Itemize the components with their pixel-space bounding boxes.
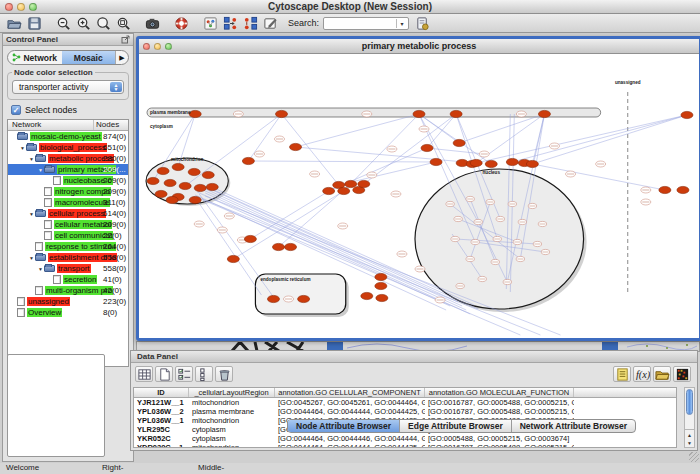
gene-node[interactable] (375, 282, 387, 289)
save-icon[interactable] (26, 15, 43, 31)
zoom-in-icon[interactable] (75, 15, 92, 31)
gene-node[interactable] (430, 158, 442, 165)
table-row[interactable]: YJR121W__1mitochondrion[GO:0045267, GO:0… (134, 398, 676, 407)
graph-edge[interactable] (532, 115, 687, 164)
rotate-layout-icon[interactable] (242, 15, 259, 31)
graph-edge[interactable] (248, 161, 436, 162)
resize-grip[interactable] (689, 452, 699, 462)
gene-node[interactable] (358, 180, 370, 187)
gene-node[interactable] (413, 110, 425, 117)
gene-node[interactable] (538, 110, 550, 117)
expand-arrow-icon[interactable]: ▼ (37, 167, 44, 173)
gene-node[interactable] (244, 235, 256, 242)
graph-edge[interactable] (476, 115, 687, 163)
help-icon[interactable] (173, 15, 190, 31)
tab-edge-attribute-browser[interactable]: Edge Attribute Browser (400, 420, 512, 432)
gene-node[interactable] (659, 186, 671, 193)
import-attributes-icon[interactable] (653, 366, 671, 382)
unified-view-icon[interactable] (195, 366, 213, 382)
gene-node[interactable] (485, 160, 497, 167)
gene-node[interactable] (164, 179, 176, 186)
notes-icon[interactable] (613, 366, 631, 382)
gene-node[interactable] (361, 292, 373, 299)
search-input[interactable]: ▾ (323, 17, 409, 30)
zoom-selected-icon[interactable] (115, 15, 132, 31)
gene-node[interactable] (166, 196, 178, 203)
gene-node[interactable] (450, 110, 462, 117)
tree-column-network[interactable]: Network (8, 120, 94, 130)
tree-row-transport[interactable]: ▼transport558(0) (8, 263, 128, 274)
tab-mosaic[interactable]: Mosaic (62, 51, 116, 64)
gene-node[interactable] (345, 180, 357, 187)
tree-row-metabolic-process[interactable]: ▼metabolic process280(0) (8, 153, 128, 164)
gene-node[interactable] (376, 294, 388, 301)
gene-node[interactable] (157, 167, 169, 174)
gene-node[interactable] (677, 186, 689, 193)
manual-layout-icon[interactable] (222, 15, 239, 31)
tree-row-multi-organism-pro[interactable]: multi-organism pro42(0) (8, 285, 128, 296)
tree-row-establishment-of-lo[interactable]: ▼establishment of lo558(0) (8, 252, 128, 263)
table-row[interactable]: YPL036W__2plasma membrane[GO:0044464, GO… (134, 407, 676, 416)
gene-node[interactable] (298, 295, 310, 302)
gene-node[interactable] (188, 168, 200, 175)
zoom-fit-icon[interactable] (95, 15, 112, 31)
gene-node[interactable] (155, 190, 167, 197)
graph-edge[interactable] (296, 147, 477, 163)
network-window-titlebar[interactable]: primary metabolic process (139, 39, 699, 54)
graph-edge[interactable] (427, 148, 484, 154)
vizmapper-icon[interactable] (202, 15, 219, 31)
gene-node[interactable] (375, 273, 387, 280)
gene-node[interactable] (681, 111, 693, 118)
gene-node[interactable] (272, 243, 284, 250)
tree-row-nitrogen-compo[interactable]: nitrogen compo209(0) (8, 186, 128, 197)
tree-row-response-to-stimulu[interactable]: response to stimulu264(0) (8, 241, 128, 252)
delete-attribute-icon[interactable] (215, 366, 233, 382)
gene-node[interactable] (179, 182, 191, 189)
gene-node[interactable] (242, 157, 254, 164)
column-header-cc[interactable]: annotation.GO CELLULAR_COMPONENT (275, 388, 425, 397)
search-dropdown-arrow[interactable]: ▾ (396, 19, 407, 28)
heatmap-icon[interactable] (673, 366, 691, 382)
gene-node[interactable] (526, 160, 538, 167)
gene-node[interactable] (267, 295, 279, 302)
tree-row-secretion[interactable]: secretion41(0) (8, 274, 128, 285)
tree-row-cellular-metabol[interactable]: cellular metabol209(0) (8, 219, 128, 230)
tree-row-cellular-process[interactable]: ▼cellular process614(0) (8, 208, 128, 219)
tree-row-primary-metabol[interactable]: ▼primary metabol209(... (8, 164, 128, 175)
annotation-icon[interactable] (262, 15, 279, 31)
network-canvas[interactable]: plasma membranecytoplasmmitochondrionnuc… (139, 54, 699, 338)
gene-node[interactable] (189, 196, 201, 203)
tree-row-biological-process[interactable]: ▼biological_process651(0) (8, 142, 128, 153)
tree-row-cell-communicat[interactable]: cell communicat22(0) (8, 230, 128, 241)
zoom-out-icon[interactable] (55, 15, 72, 31)
expand-arrow-icon[interactable]: ▼ (28, 211, 35, 217)
tree-column-nodes[interactable]: Nodes (94, 120, 128, 130)
gene-node[interactable] (202, 171, 214, 178)
gene-node[interactable] (194, 184, 206, 191)
column-header-reg[interactable]: _cellularLayoutRegion (189, 388, 275, 397)
gene-node[interactable] (172, 163, 184, 170)
gene-node[interactable] (189, 110, 201, 117)
graph-edge[interactable] (364, 114, 456, 184)
select-attributes-icon[interactable] (175, 366, 193, 382)
gene-node[interactable] (285, 243, 297, 250)
tab-node-attribute-browser[interactable]: Node Attribute Browser (288, 420, 400, 432)
tree-row-overview[interactable]: Overview8(0) (8, 307, 128, 318)
plasma-membrane-region[interactable] (147, 108, 601, 117)
snapshot-icon[interactable] (144, 15, 161, 31)
tab-network[interactable]: Network (8, 51, 62, 64)
gene-node[interactable] (421, 144, 433, 151)
gene-node[interactable] (206, 183, 218, 190)
column-header-mf[interactable]: annotation.GO MOLECULAR_FUNCTION (425, 388, 574, 397)
graph-edge[interactable] (296, 114, 419, 147)
select-nodes-checkbox[interactable]: ✓ (11, 105, 21, 115)
gene-node[interactable] (227, 255, 239, 262)
tab-overflow-arrow[interactable]: ▶ (115, 51, 128, 64)
tree-row-mosaic-demo-yeast[interactable]: mosaic-demo-yeast874(0) (8, 131, 128, 142)
gene-node[interactable] (453, 139, 465, 146)
expand-arrow-icon[interactable]: ▼ (28, 156, 35, 162)
gene-node[interactable] (506, 158, 518, 165)
expand-arrow-icon[interactable]: ▼ (19, 145, 26, 151)
gene-node[interactable] (338, 187, 350, 194)
scrollbar-thumb[interactable] (686, 389, 693, 415)
